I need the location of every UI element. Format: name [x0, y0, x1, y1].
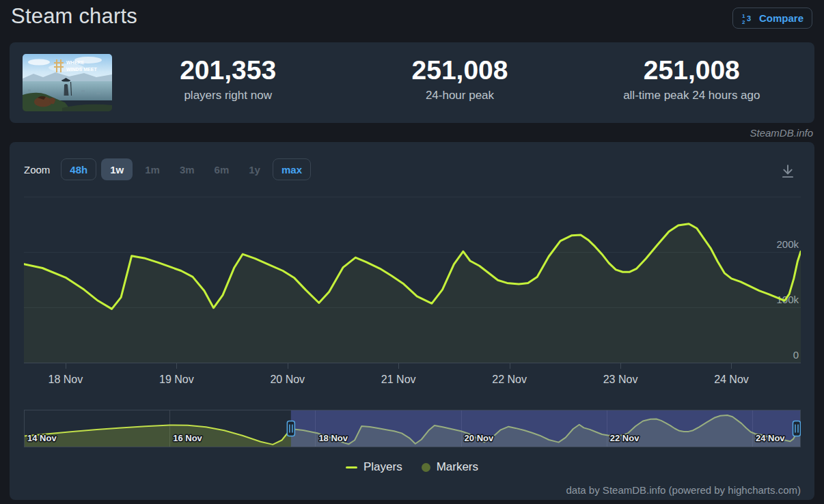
navigator-axis-label: 20 Nov [465, 433, 494, 443]
x-axis-label: 23 Nov [603, 374, 638, 385]
x-axis-label: 22 Nov [492, 374, 527, 385]
players-line-chart[interactable]: 0100k200k18 Nov19 Nov20 Nov21 Nov22 Nov2… [24, 193, 801, 391]
compare-label: Compare [759, 12, 804, 24]
alltime-peak-label: all-time peak 24 hours ago [576, 89, 808, 102]
navigator-right-handle[interactable] [793, 421, 801, 436]
game-capsule-image[interactable]: WHERE WINDS MEET [23, 54, 112, 111]
download-icon [779, 163, 797, 180]
x-axis-label: 20 Nov [270, 374, 305, 385]
chart-credit: data by SteamDB.info (powered by highcha… [566, 484, 801, 496]
zoom-label: Zoom [24, 164, 50, 176]
stat-24h-peak: 251,008 24-hour peak [344, 42, 575, 123]
zoom-range-48h[interactable]: 48h [61, 158, 96, 180]
zoom-range-1y: 1y [241, 158, 268, 180]
svg-text:2: 2 [742, 19, 745, 25]
peak-24h-label: 24-hour peak [344, 89, 575, 102]
capsule-logo-line2: WINDS MEET [66, 67, 97, 72]
legend-label: Markers [437, 460, 478, 474]
chart-navigator[interactable]: 14 Nov16 Nov18 Nov20 Nov22 Nov24 Nov [24, 410, 801, 447]
stat-alltime-peak: 251,008 all-time peak 24 hours ago [576, 42, 808, 123]
x-axis-label: 19 Nov [159, 374, 194, 385]
chart-legend: PlayersMarkers [10, 460, 814, 474]
navigator-axis-label: 24 Nov [756, 433, 785, 443]
svg-text:1: 1 [742, 13, 745, 19]
navigator-axis-label: 22 Nov [610, 433, 640, 443]
navigator-axis-label: 14 Nov [27, 433, 57, 443]
capsule-logo-line1: WHERE [66, 60, 84, 65]
x-axis-label: 24 Nov [714, 374, 749, 385]
y-axis-label: 200k [776, 238, 799, 250]
zoom-range-6m: 6m [207, 158, 237, 180]
zoom-toolbar: Zoom 48h1w1m3m6m1ymax [24, 158, 311, 180]
players-now-value: 201,353 [112, 55, 344, 86]
players-now-label: players right now [112, 89, 344, 102]
alltime-peak-value: 251,008 [576, 55, 808, 86]
stats-row: 201,353 players right now 251,008 24-hou… [112, 42, 808, 123]
download-chart-button[interactable] [779, 163, 797, 180]
x-axis-label: 18 Nov [49, 374, 83, 385]
zoom-range-1w[interactable]: 1w [101, 158, 133, 180]
zoom-range-max[interactable]: max [273, 158, 311, 180]
stats-card: WHERE WINDS MEET 201,353 players right n… [10, 42, 814, 123]
steamdb-watermark: SteamDB.info [750, 127, 813, 139]
chart-panel: Zoom 48h1w1m3m6m1ymax 0100k200k18 Nov19 … [10, 142, 814, 500]
x-axis-label: 21 Nov [381, 374, 416, 385]
navigator-left-handle[interactable] [287, 421, 294, 436]
navigator-axis-label: 18 Nov [318, 433, 348, 443]
svg-text:3: 3 [747, 14, 751, 23]
navigator-axis-label: 16 Nov [173, 433, 202, 443]
legend-item-markers[interactable]: Markers [422, 460, 478, 474]
navigator-selected-range[interactable] [291, 410, 801, 447]
compare-numeric-icon: 1 2 3 [741, 12, 754, 25]
zoom-range-3m: 3m [172, 158, 202, 180]
players-swatch-icon [346, 466, 357, 468]
markers-swatch-icon [422, 463, 430, 472]
legend-item-players[interactable]: Players [346, 460, 402, 474]
legend-label: Players [363, 460, 402, 474]
page-title: Steam charts [11, 4, 137, 29]
stat-players-now: 201,353 players right now [112, 42, 344, 123]
compare-button[interactable]: 1 2 3 Compare [732, 8, 812, 29]
peak-24h-value: 251,008 [344, 55, 575, 86]
zoom-range-1m: 1m [137, 158, 167, 180]
where-winds-meet-artwork: WHERE WINDS MEET [23, 54, 112, 111]
